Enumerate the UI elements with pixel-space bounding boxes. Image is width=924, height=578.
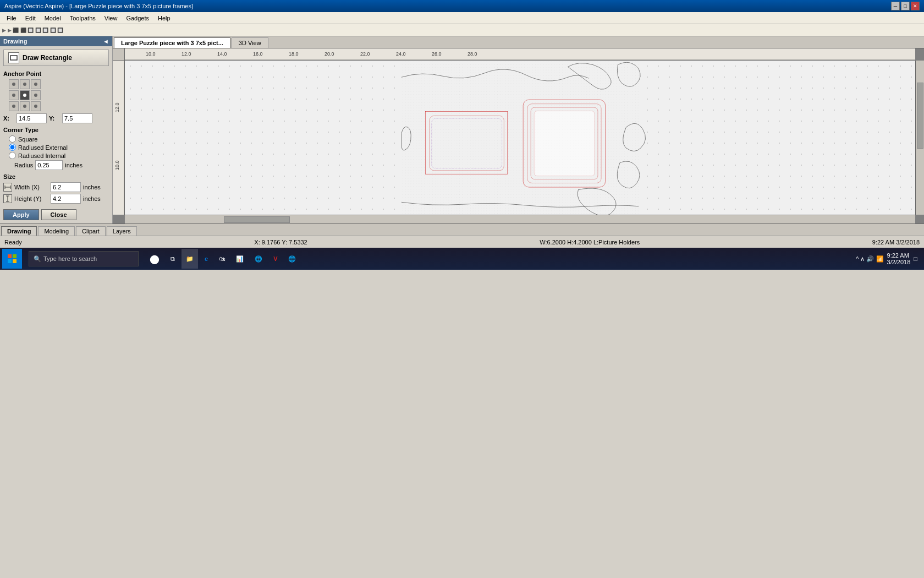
apply-button[interactable]: Apply [3,209,39,220]
status-coords: X: 9.1766 Y: 7.5332 [254,239,307,246]
radio-radiused-int-row: Radiused Internal [9,152,109,159]
svg-rect-30 [432,118,502,168]
app7-icon: V [273,255,277,262]
height-row: Height (Y) inches [3,194,109,204]
panel-title: Drawing [3,38,27,45]
taskbar-task-view[interactable]: ⧉ [166,249,179,269]
menu-gadgets[interactable]: Gadgets [122,14,153,23]
taskbar-edge[interactable]: e [200,249,212,269]
menu-help[interactable]: Help [153,14,175,23]
app8-icon: 🌐 [288,255,296,263]
canvas-area: Large Puzzle piece with 3 7x5 pict... 3D… [113,36,924,223]
svg-rect-32 [527,104,601,183]
close-button[interactable]: ✕ [911,2,920,10]
y-input[interactable] [62,113,92,123]
search-bar[interactable]: 🔍 Type here to search [29,251,139,266]
h-scroll-thumb[interactable] [224,216,290,223]
svg-text:18.0: 18.0 [289,51,299,57]
vertical-scrollbar[interactable] [915,61,924,215]
status-datetime: 9:22 AM 3/2/2018 [872,239,920,246]
menu-edit[interactable]: Edit [21,14,40,23]
bottom-tab-modeling[interactable]: Modeling [38,226,75,236]
tab-bar: Large Puzzle piece with 3 7x5 pict... 3D… [113,36,924,48]
panel-collapse-icon[interactable]: ◄ [103,38,109,45]
width-input[interactable] [51,182,81,192]
bottom-tab-clipart[interactable]: Clipart [76,226,106,236]
radio-radiused-internal[interactable] [9,152,16,159]
ruler-corner [113,48,125,61]
svg-text:22.0: 22.0 [360,51,370,57]
anchor-dot-0[interactable] [9,79,19,89]
tool-panel: Draw Rectangle Anchor Point X: Y: [0,46,112,223]
svg-text:12.0: 12.0 [114,102,120,112]
radius-input[interactable] [35,160,63,170]
tool-title-label: Draw Rectangle [23,54,72,62]
cortana-icon: ⬤ [150,254,160,264]
close-button-panel[interactable]: Close [41,209,76,220]
anchor-dot-7[interactable] [20,101,30,111]
taskbar-search[interactable]: 🔍 Type here to search [24,249,143,269]
height-input[interactable] [51,194,81,204]
svg-text:26.0: 26.0 [432,51,442,57]
anchor-dot-2[interactable] [31,79,41,89]
svg-rect-28 [425,112,507,175]
width-label: Width (X) [14,184,48,190]
horizontal-scrollbar[interactable] [125,215,915,223]
menu-toolpaths[interactable]: Toolpaths [65,14,100,23]
x-input[interactable] [16,113,47,123]
anchor-dot-3[interactable] [9,90,19,100]
tool-title-bar: Draw Rectangle [3,50,109,66]
taskbar-explorer[interactable]: 📁 [182,249,198,269]
anchor-dot-4[interactable] [20,90,30,100]
toolbar-spacer: ▶ ▶ ⬛ ⬛ 🔲 🔲 🔲 🔲 🔲 [2,28,63,33]
search-placeholder: Type here to search [43,255,97,262]
bottom-tab-drawing[interactable]: Drawing [1,226,37,236]
x-label: X: [3,115,14,122]
anchor-dot-6[interactable] [9,101,19,111]
menu-model[interactable]: Model [40,14,65,23]
status-dimensions: W:6.2000 H:4.2000 L:Picture Holders [540,239,640,246]
button-row: Apply Close [3,209,109,220]
taskbar-chrome[interactable]: 🌐 [250,249,267,269]
edge-icon: e [205,255,208,262]
anchor-dot-5[interactable] [31,90,41,100]
svg-rect-34 [534,111,595,176]
taskbar-app5[interactable]: 📊 [232,249,248,269]
radio-radiused-external[interactable] [9,144,16,151]
size-section: Size Width (X) inches [3,173,109,204]
drawing-canvas[interactable] [125,61,915,215]
start-button[interactable] [2,249,22,269]
menu-file[interactable]: File [2,14,21,23]
width-unit: inches [83,184,101,190]
status-ready: Ready [4,239,22,246]
maximize-button[interactable]: □ [901,2,910,10]
anchor-dot-8[interactable] [31,101,41,111]
y-label: Y: [49,115,60,122]
radio-square[interactable] [9,135,16,143]
svg-rect-29 [430,116,504,171]
taskbar-app7[interactable]: V [269,249,282,269]
svg-rect-0 [10,56,17,60]
tab-main[interactable]: Large Puzzle piece with 3 7x5 pict... [114,37,230,48]
tab-3d[interactable]: 3D View [232,37,268,48]
bottom-tab-layers[interactable]: Layers [107,226,137,236]
anchor-dot-1[interactable] [20,79,30,89]
taskbar-cortana[interactable]: ⬤ [145,249,164,269]
bottom-tabs: Drawing Modeling Clipart Layers [0,223,924,236]
window-title: Aspire (Vectric Aspire) - [Large Puzzle … [4,3,193,9]
status-bar: Ready X: 9.1766 Y: 7.5332 W:6.2000 H:4.2… [0,236,924,248]
notification-icon[interactable]: □ [914,255,917,262]
canvas-container[interactable]: 10.0 12.0 14.0 16.0 18.0 20.0 22.0 24.0 … [113,48,924,223]
minimize-button[interactable]: ─ [891,2,900,10]
svg-rect-31 [523,100,605,187]
v-scroll-thumb[interactable] [917,83,923,149]
menu-view[interactable]: View [100,14,122,23]
svg-rect-26 [402,61,639,215]
height-icon [3,194,12,203]
draw-rectangle-icon [8,52,19,63]
taskbar-app8[interactable]: 🌐 [284,249,300,269]
svg-text:14.0: 14.0 [217,51,227,57]
tray-icons: ^ ∧ 🔊 📶 [856,255,883,263]
taskbar-store[interactable]: 🛍 [215,249,229,269]
task-view-icon: ⧉ [170,255,175,263]
